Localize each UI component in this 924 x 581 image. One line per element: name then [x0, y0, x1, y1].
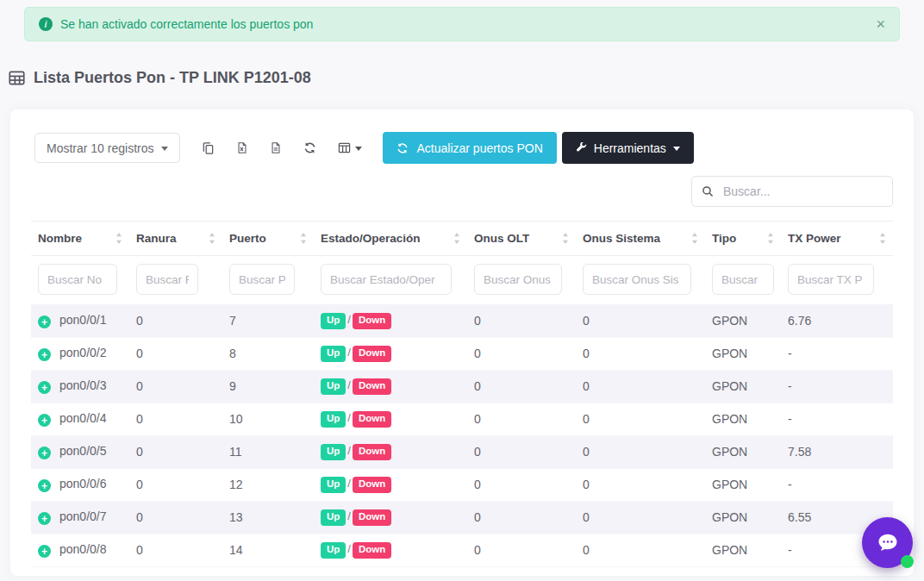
excel-icon [236, 141, 248, 155]
excel-export-button[interactable] [236, 141, 248, 155]
expand-row-icon[interactable]: + [38, 348, 51, 361]
column-header-label: Onus Sistema [583, 232, 660, 245]
show-entries-label: Mostrar 10 registros [47, 141, 153, 155]
filter-estado-input[interactable] [321, 264, 452, 295]
tools-dropdown-button[interactable]: Herramientas [562, 132, 694, 164]
file-export-button[interactable] [270, 141, 282, 155]
sort-icon [300, 233, 307, 244]
cell-tx-power: - [781, 468, 893, 501]
cell-ranura: 0 [129, 468, 222, 501]
online-status-dot [901, 555, 914, 568]
pon-name: pon0/0/3 [59, 378, 107, 392]
expand-row-icon[interactable]: + [38, 414, 51, 427]
column-header-tx-power[interactable]: TX Power [781, 222, 893, 256]
cell-puerto: 12 [222, 468, 314, 501]
column-header-tipo[interactable]: Tipo [705, 222, 781, 256]
table-row: +pon0/0/5 0 11 Up/Down 0 0 GPON 7.58 [31, 435, 893, 468]
show-entries-dropdown[interactable]: Mostrar 10 registros [34, 133, 180, 163]
pon-name: pon0/0/2 [59, 346, 107, 359]
filter-tipo-input[interactable] [712, 264, 774, 295]
header-row: Nombre Ranura Puerto Estado/Operación On… [31, 222, 893, 256]
port-down-button[interactable]: Down [353, 313, 391, 329]
cell-tipo: GPON [705, 435, 781, 468]
table-card: Mostrar 10 registros [10, 109, 914, 576]
cell-nombre: +pon0/0/5 [31, 435, 129, 468]
port-up-button[interactable]: Up [321, 542, 346, 559]
port-down-button[interactable]: Down [353, 444, 391, 460]
cell-tipo: GPON [705, 370, 781, 403]
column-header-nombre[interactable]: Nombre [31, 222, 129, 256]
expand-row-icon[interactable]: + [38, 381, 51, 394]
chat-widget-button[interactable] [862, 517, 913, 568]
filter-ranura-input[interactable] [136, 264, 198, 295]
port-down-button[interactable]: Down [353, 509, 391, 526]
expand-row-icon[interactable]: + [38, 447, 51, 459]
cell-onus-sistema: 0 [576, 403, 705, 435]
columns-icon [338, 141, 351, 154]
cell-ranura: 0 [129, 370, 222, 403]
port-down-button[interactable]: Down [353, 411, 391, 428]
refresh-icon [303, 141, 316, 154]
filter-onus-sistema-input[interactable] [583, 264, 691, 295]
port-up-button[interactable]: Up [321, 477, 346, 493]
port-down-button[interactable]: Down [353, 346, 391, 362]
cell-onus-sistema: 0 [576, 337, 705, 370]
expand-row-icon[interactable]: + [38, 512, 51, 525]
column-header-puerto[interactable]: Puerto [222, 222, 314, 256]
chevron-down-icon [673, 147, 680, 151]
filter-onus-olt-input[interactable] [474, 264, 562, 295]
search-input[interactable] [723, 184, 892, 198]
port-up-button[interactable]: Up [321, 378, 346, 395]
cell-estado: Up/Down [314, 370, 467, 403]
cell-onus-olt: 0 [467, 435, 576, 468]
port-down-button[interactable]: Down [353, 378, 391, 395]
sort-icon [116, 233, 122, 244]
copy-button[interactable] [202, 141, 215, 155]
tools-label: Herramientas [594, 141, 666, 155]
sort-icon [691, 233, 698, 244]
cell-nombre: +pon0/0/7 [31, 501, 129, 534]
column-header-onus-olt[interactable]: Onus OLT [467, 222, 576, 256]
port-up-button[interactable]: Up [321, 509, 346, 526]
column-header-label: TX Power [788, 232, 841, 245]
port-down-button[interactable]: Down [353, 542, 391, 559]
update-pon-ports-button[interactable]: Actualizar puertos PON [383, 132, 556, 164]
search-row [31, 176, 893, 207]
pon-name: pon0/0/5 [59, 444, 107, 458]
cell-onus-sistema: 0 [576, 501, 705, 534]
wrench-icon [576, 142, 587, 153]
port-up-button[interactable]: Up [321, 411, 346, 428]
success-alert: i Se han activado correctamente los puer… [24, 7, 900, 41]
table-row: +pon0/0/1 0 7 Up/Down 0 0 GPON 6.76 [31, 304, 893, 337]
port-down-button[interactable]: Down [353, 477, 391, 493]
column-header-ranura[interactable]: Ranura [129, 222, 222, 256]
port-up-button[interactable]: Up [321, 444, 346, 460]
sort-icon [767, 233, 774, 244]
badge-separator: / [347, 346, 351, 359]
cell-onus-sistema: 0 [576, 435, 705, 468]
badge-separator: / [347, 411, 351, 424]
sort-icon [453, 233, 460, 244]
column-header-estado[interactable]: Estado/Operación [314, 222, 467, 256]
cell-estado: Up/Down [314, 304, 467, 337]
expand-row-icon[interactable]: + [38, 479, 51, 492]
port-up-button[interactable]: Up [321, 346, 346, 362]
column-header-label: Puerto [229, 232, 266, 245]
alert-message: Se han activado correctamente los puerto… [60, 17, 313, 31]
cell-puerto: 9 [222, 370, 314, 403]
expand-row-icon[interactable]: + [38, 315, 51, 328]
pon-name: pon0/0/8 [59, 542, 107, 556]
filter-puerto-input[interactable] [229, 264, 295, 295]
column-header-onus-sistema[interactable]: Onus Sistema [576, 222, 705, 256]
expand-row-icon[interactable]: + [38, 545, 51, 558]
cell-puerto: 13 [222, 501, 314, 534]
close-icon[interactable]: × [876, 16, 885, 32]
cell-onus-olt: 0 [467, 501, 576, 534]
refresh-table-button[interactable] [303, 141, 316, 154]
filter-tx-power-input[interactable] [788, 264, 874, 295]
port-up-button[interactable]: Up [321, 313, 346, 329]
columns-visibility-button[interactable] [338, 141, 362, 154]
table-row: +pon0/0/3 0 9 Up/Down 0 0 GPON - [31, 370, 893, 403]
column-header-label: Nombre [38, 232, 82, 245]
filter-nombre-input[interactable] [38, 264, 117, 295]
